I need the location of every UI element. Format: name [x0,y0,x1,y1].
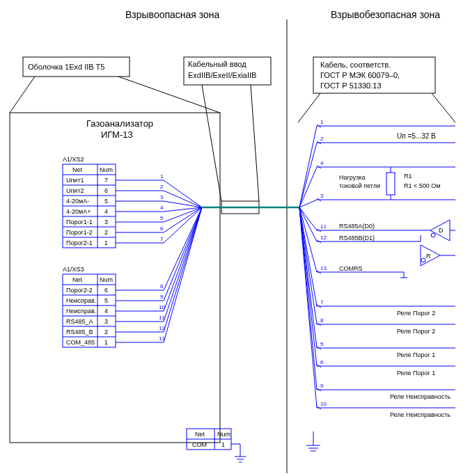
svg-text:3: 3 [104,219,108,225]
svg-text:4: 4 [320,160,324,166]
enclosure-text: Оболочка 1Exd IIB T5 [28,63,104,71]
svg-text:3: 3 [320,193,324,199]
svg-text:4: 4 [160,205,164,211]
svg-text:RS485B(D1): RS485B(D1) [339,235,375,241]
xs3-table: A1/XS3 Net Num Порог2-26 Неисправ.5 Неис… [63,266,116,347]
xs2-table: A1/XS2 Net Num Uпит17 Uпит26 4-20мА-5 4-… [63,156,116,248]
xs2-ref: A1/XS2 [63,156,84,163]
svg-text:6: 6 [104,187,108,194]
svg-text:D: D [439,227,444,234]
gland-l1: Кабельный ввод [188,60,246,68]
xs3-ref: A1/XS3 [63,266,84,273]
svg-point-90 [421,258,425,262]
svg-text:5: 5 [104,297,108,304]
xs2-wires: 1 2 3 4 5 6 7 [116,173,202,243]
svg-text:Порог1-2: Порог1-2 [66,229,93,236]
svg-text:2: 2 [104,328,108,335]
relay-ne-a: Реле Неисправность [390,393,451,400]
cable-l1: Кабель, соответств. [320,61,391,69]
svg-text:RS485A(D0): RS485A(D0) [339,223,375,230]
svg-text:3: 3 [160,194,164,200]
svg-text:3: 3 [104,318,108,325]
cable-l2: ГОСТ Р МЭК 60079–0, [320,71,400,79]
relay-p2-a: Реле Порог 2 [397,310,435,317]
relay-p2-b: Реле Порог 2 [397,328,435,335]
svg-text:5: 5 [104,198,108,205]
xs3-wires: 8 9 10 11 12 13 [116,207,202,342]
svg-text:11: 11 [320,223,327,230]
cable-leader-r [432,93,455,122]
svg-text:2: 2 [104,229,108,236]
relay-p1-a: Реле Порог 1 [397,351,435,358]
svg-text:RS485_A: RS485_A [66,318,93,325]
svg-text:4-20мА+: 4-20мА+ [66,208,91,215]
svg-text:R1: R1 [404,173,412,180]
svg-text:11: 11 [159,315,165,321]
svg-text:токовой петли: токовой петли [339,182,380,189]
svg-text:8: 8 [160,283,164,289]
cable-l3: ГОСТ Р 51330.13 [320,81,382,90]
svg-text:Неисправ.: Неисправ. [66,297,96,304]
svg-text:6: 6 [104,287,108,294]
svg-text:9: 9 [160,294,164,300]
svg-text:Нагрузка: Нагрузка [339,174,365,181]
svg-text:1: 1 [104,339,108,346]
relay-ne-b: Реле Неисправность [390,411,451,418]
svg-text:R: R [426,253,431,260]
svg-text:9: 9 [320,383,324,389]
svg-text:R1 < 500 Ом: R1 < 500 Ом [404,182,440,189]
svg-text:Net: Net [72,166,83,173]
device-l1: Газоанализатор [86,118,153,129]
svg-text:Uпит1: Uпит1 [66,177,84,184]
svg-rect-75 [386,173,395,195]
svg-text:COM_485: COM_485 [66,339,95,346]
svg-text:Uпит2: Uпит2 [66,187,84,194]
svg-text:10: 10 [159,304,165,310]
relay-p1-b: Реле Порог 1 [397,370,435,376]
svg-text:Порог2-2: Порог2-2 [66,287,93,294]
svg-text:4: 4 [104,308,108,315]
svg-text:2: 2 [320,136,324,142]
safe-fanout: 1 2 4 3 11 12 13 7 8 5 6 9 10 [299,119,455,408]
svg-text:Порог2-1: Порог2-1 [66,239,93,246]
svg-text:10: 10 [320,401,327,407]
com-table: Net Num COM 1 [187,429,246,462]
enclosure-leader-l [10,77,35,113]
gland-leader-l [202,85,221,201]
svg-text:RS485_B: RS485_B [66,328,93,335]
svg-text:5: 5 [160,215,164,221]
svg-text:1: 1 [221,441,225,448]
svg-text:Num: Num [100,166,113,173]
svg-text:Num: Num [100,276,113,283]
svg-text:7: 7 [104,177,108,184]
current-loop-block: Нагрузка токовой петли R1 R1 < 500 Ом [339,167,440,200]
svg-text:6: 6 [320,359,324,365]
svg-text:1: 1 [160,173,164,180]
device-l2: ИГМ-13 [101,129,133,140]
svg-text:7: 7 [160,236,164,242]
safe-ground [306,431,320,451]
cable-leader-l [298,93,320,122]
svg-text:8: 8 [320,317,324,324]
svg-text:2: 2 [160,184,164,190]
svg-text:Net: Net [195,431,205,438]
svg-text:12: 12 [159,325,165,331]
gland-leader-r [251,85,259,201]
svg-text:Num: Num [217,431,230,438]
svg-text:COM: COM [192,441,207,448]
svg-text:12: 12 [320,235,327,241]
svg-text:4-20мА-: 4-20мА- [66,198,89,205]
svg-text:Неисправ.: Неисправ. [66,308,96,315]
svg-text:5: 5 [320,341,324,347]
svg-text:7: 7 [320,299,324,306]
svg-text:1: 1 [104,239,108,246]
rs485-block: RS485A(D0) RS485B(D1) COMRS D R [339,220,455,278]
svg-text:1: 1 [320,119,324,125]
svg-text:13: 13 [320,265,327,271]
svg-text:13: 13 [159,335,165,342]
svg-point-84 [431,233,435,237]
analyzer-outline [10,113,220,443]
svg-text:4: 4 [104,208,108,215]
zone-hazardous-label: Взрывоопасная зона [125,9,220,20]
gland-l2: ExdIIB/ExeII/ExiaIIB [188,71,256,79]
